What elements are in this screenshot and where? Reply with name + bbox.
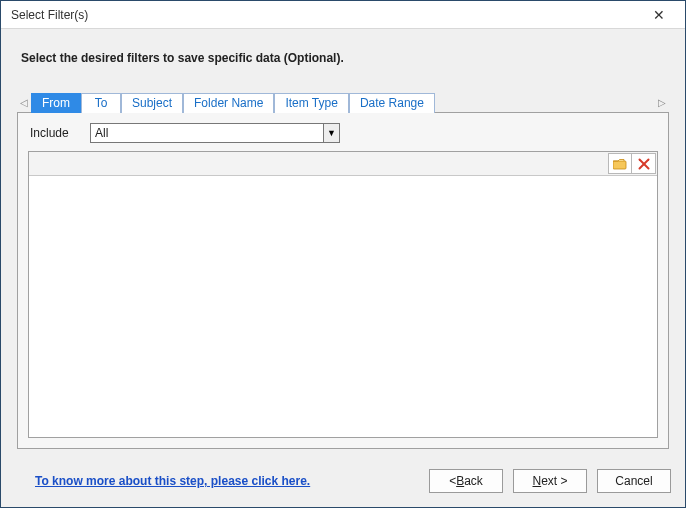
close-icon[interactable]: ✕	[639, 4, 679, 26]
include-dropdown[interactable]: All ▼	[90, 123, 340, 143]
tab-scroll-left-icon[interactable]: ◁	[17, 93, 31, 113]
delete-button[interactable]	[632, 153, 656, 174]
tab-filler	[435, 93, 655, 113]
cancel-button[interactable]: Cancel	[597, 469, 671, 493]
next-button[interactable]: Next >	[513, 469, 587, 493]
svg-rect-0	[613, 161, 626, 169]
back-button[interactable]: < Back	[429, 469, 503, 493]
include-row: Include All ▼	[28, 123, 658, 143]
footer: To know more about this step, please cli…	[1, 459, 685, 507]
tab-scroll-right-icon[interactable]: ▷	[655, 93, 669, 113]
dialog-window: Select Filter(s) ✕ Select the desired fi…	[0, 0, 686, 508]
tab-date-range[interactable]: Date Range	[349, 93, 435, 113]
filter-list-area	[28, 151, 658, 438]
browse-button[interactable]	[608, 153, 632, 174]
tab-subject[interactable]: Subject	[121, 93, 183, 113]
tab-item-type[interactable]: Item Type	[274, 93, 348, 113]
chevron-down-icon: ▼	[323, 124, 339, 142]
include-label: Include	[30, 126, 78, 140]
tab-from[interactable]: From	[31, 93, 81, 113]
tab-bar: ◁ From To Subject Folder Name Item Type …	[17, 93, 669, 113]
instruction-text: Select the desired filters to save speci…	[21, 51, 665, 65]
help-link[interactable]: To know more about this step, please cli…	[35, 474, 310, 488]
tab-to[interactable]: To	[81, 93, 121, 113]
window-title: Select Filter(s)	[11, 8, 639, 22]
filter-list[interactable]	[29, 176, 657, 437]
filter-panel: Include All ▼	[17, 113, 669, 449]
titlebar: Select Filter(s) ✕	[1, 1, 685, 29]
include-value: All	[91, 126, 323, 140]
dialog-body: Select the desired filters to save speci…	[1, 29, 685, 459]
tab-folder-name[interactable]: Folder Name	[183, 93, 274, 113]
list-toolbar	[29, 152, 657, 176]
